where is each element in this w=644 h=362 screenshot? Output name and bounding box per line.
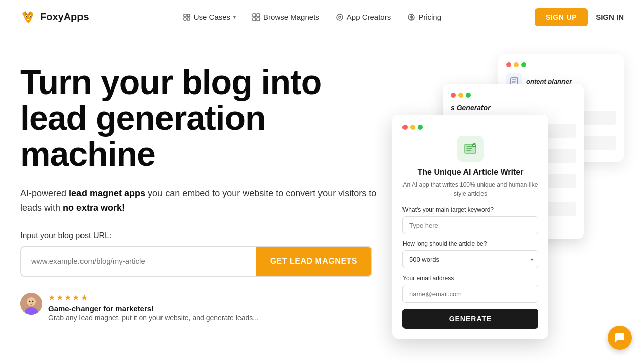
- dot-yellow-mid: [458, 93, 463, 98]
- use-cases-chevron: ▾: [233, 14, 236, 20]
- chat-icon: [614, 332, 626, 344]
- length-label: How long should the article be?: [403, 240, 538, 247]
- foxyapps-logo-icon: [20, 9, 36, 25]
- svg-point-3: [30, 16, 31, 17]
- app-creators-label: App Creators: [347, 13, 391, 21]
- hero-left: Turn your blog into lead generation mach…: [20, 64, 382, 322]
- main-nav: Use Cases ▾ Browse Magnets App Creators: [183, 13, 441, 21]
- star-3: ★: [64, 293, 71, 302]
- keyword-input[interactable]: [403, 216, 538, 234]
- dot-red-mid: [451, 93, 456, 98]
- get-lead-magnets-button[interactable]: GET LEAD MAGNETS: [256, 247, 371, 276]
- length-select[interactable]: 500 words 300 words 800 words 1000 words…: [403, 250, 538, 268]
- svg-rect-10: [253, 18, 256, 21]
- nav-pricing[interactable]: Pricing: [407, 13, 441, 21]
- hero-right: ontent planner ia Content Creation t to …: [403, 54, 624, 346]
- url-label: Input your blog post URL:: [20, 231, 382, 240]
- svg-rect-5: [187, 14, 190, 17]
- svg-point-19: [32, 300, 34, 302]
- svg-rect-9: [257, 14, 260, 17]
- dot-green-front: [418, 125, 423, 130]
- nav-browse-magnets[interactable]: Browse Magnets: [252, 13, 319, 21]
- svg-point-12: [337, 14, 343, 20]
- email-input[interactable]: [403, 285, 538, 303]
- browse-magnets-icon: [252, 13, 260, 21]
- svg-point-13: [339, 16, 341, 18]
- window-dots-mid: [451, 93, 576, 98]
- dot-yellow-front: [410, 125, 415, 130]
- ai-writer-icon: [457, 136, 484, 162]
- generator-title: s Generator: [451, 104, 576, 112]
- length-select-wrap: 500 words 300 words 800 words 1000 words…: [403, 250, 538, 268]
- signup-button[interactable]: SIGN UP: [535, 8, 588, 26]
- app-creators-icon: [336, 13, 344, 21]
- pricing-label: Pricing: [418, 13, 441, 21]
- use-cases-icon: [183, 13, 191, 21]
- star-2: ★: [56, 293, 63, 302]
- hero-subtitle: AI-powered lead magnet apps you can embe…: [20, 186, 382, 215]
- star-1: ★: [48, 293, 55, 302]
- dot-red: [506, 62, 511, 67]
- dot-green: [521, 62, 526, 67]
- nav-use-cases[interactable]: Use Cases ▾: [183, 13, 236, 21]
- svg-rect-4: [184, 14, 186, 17]
- nav-app-creators[interactable]: App Creators: [336, 13, 391, 21]
- testimonial-name: Game-changer for marketers!: [48, 304, 259, 313]
- window-dots-front: [403, 125, 538, 130]
- ai-writer-desc: An AI app that writes 100% unique and hu…: [403, 180, 538, 198]
- dot-yellow: [514, 62, 519, 67]
- logo[interactable]: FoxyApps: [20, 9, 89, 25]
- svg-point-2: [26, 16, 27, 17]
- star-5: ★: [80, 293, 88, 302]
- svg-rect-11: [257, 18, 260, 21]
- chat-bubble[interactable]: [608, 326, 632, 350]
- svg-rect-6: [184, 18, 186, 20]
- generate-button[interactable]: GENERATE: [403, 309, 538, 329]
- testimonial-text: Grab any lead magnet, put it on your web…: [48, 314, 259, 322]
- stars: ★ ★ ★ ★ ★: [48, 293, 259, 302]
- url-input[interactable]: [21, 247, 256, 276]
- ai-writer-title: The Unique AI Article Writer: [403, 168, 538, 177]
- dot-green-mid: [466, 93, 471, 98]
- browse-magnets-label: Browse Magnets: [263, 13, 319, 21]
- testimonial: ★ ★ ★ ★ ★ Game-changer for marketers! Gr…: [20, 293, 382, 322]
- email-label: Your email address: [403, 275, 538, 282]
- star-4: ★: [72, 293, 79, 302]
- svg-rect-7: [187, 18, 190, 20]
- testimonial-content: ★ ★ ★ ★ ★ Game-changer for marketers! Gr…: [48, 293, 259, 322]
- pricing-icon: [407, 13, 415, 21]
- use-cases-label: Use Cases: [194, 13, 230, 21]
- subtitle-bold2: no extra work!: [63, 203, 125, 213]
- hero-title: Turn your blog into lead generation mach…: [20, 64, 382, 172]
- subtitle-plain: AI-powered: [20, 188, 69, 198]
- url-form: GET LEAD MAGNETS: [20, 246, 372, 277]
- svg-point-18: [29, 300, 31, 302]
- header-actions: SIGN UP SIGN IN: [535, 8, 624, 26]
- svg-rect-8: [253, 14, 256, 17]
- logo-text: FoxyApps: [40, 11, 89, 23]
- subtitle-bold1: lead magnet apps: [69, 188, 145, 198]
- keyword-label: What's your main target keyword?: [403, 206, 538, 213]
- signin-button[interactable]: SIGN IN: [596, 13, 624, 21]
- avatar: [20, 293, 42, 315]
- header: FoxyApps Use Cases ▾ Browse Magnets: [0, 0, 644, 34]
- card-ai-writer: The Unique AI Article Writer An AI app t…: [392, 115, 548, 339]
- window-dots: [506, 62, 616, 67]
- main-content: Turn your blog into lead generation mach…: [0, 34, 644, 346]
- avatar-image: [20, 293, 42, 315]
- dot-red-front: [403, 125, 408, 130]
- svg-point-16: [27, 297, 36, 306]
